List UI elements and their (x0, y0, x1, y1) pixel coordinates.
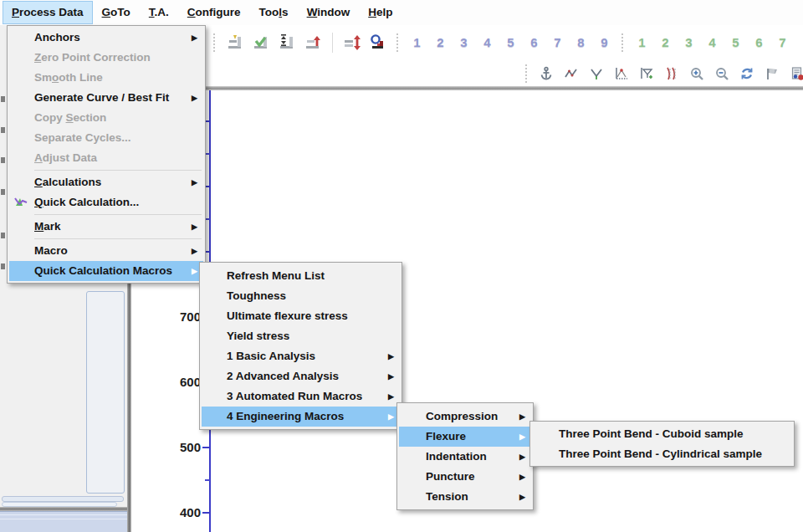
menu-item-flexure[interactable]: Flexure ▶ (399, 427, 531, 447)
menu-item-zero-point-correction[interactable]: Zero Point Correction (9, 48, 203, 68)
macro-button-green-3[interactable]: 3 (680, 32, 698, 54)
menubar-item-tools[interactable]: Tools (250, 1, 298, 24)
macro-button-purple-9[interactable]: 9 (596, 32, 613, 54)
submenu-arrow-icon: ▶ (192, 261, 197, 281)
menubar-item-goto[interactable]: GoTo (93, 1, 140, 24)
machine-green-check-button[interactable] (251, 31, 271, 54)
tare-zero-button[interactable] (368, 31, 388, 54)
menu-item-quick-calculation-macros[interactable]: Quick Calculation Macros ▶ (9, 261, 203, 281)
macro-button-purple-4[interactable]: 4 (478, 32, 496, 54)
machine-green-check-icon (252, 33, 270, 52)
macro-button-green-2[interactable]: 2 (657, 32, 674, 54)
y-axis-minor-tick (205, 479, 210, 481)
menu-item-generate-curve-best-fit[interactable]: Generate Curve / Best Fit ▶ (9, 88, 203, 108)
menu-item-quick-calculation[interactable]: Quick Calculation... (9, 192, 203, 212)
menu-item-mark[interactable]: Mark ▶ (9, 217, 203, 237)
macro-button-green-1[interactable]: 1 (633, 32, 651, 54)
refresh-button[interactable] (737, 64, 757, 84)
macro-button-purple-2[interactable]: 2 (432, 32, 449, 54)
menu-item-adjust-data[interactable]: Adjust Data (9, 148, 203, 168)
collapsed-panel-bar[interactable] (2, 496, 124, 502)
y-axis-tick (202, 447, 210, 448)
menu-item-label: Quick Calculation Macros (9, 261, 203, 281)
menu-item-label: Adjust Data (9, 148, 203, 168)
toolbar-drag-handle[interactable] (213, 33, 217, 52)
menu-item-label: Quick Calculation... (9, 192, 203, 212)
macro-button-purple-5[interactable]: 5 (502, 32, 519, 54)
machine-yellow-arrow-button[interactable] (225, 31, 245, 54)
annotation-flag-button[interactable] (762, 64, 782, 84)
submenu-arrow-icon: ▶ (519, 447, 525, 467)
menubar-item-configure[interactable]: Configure (178, 1, 250, 24)
y-axis-label: 500 (164, 440, 201, 454)
menu-item-ultimate-flexure-stress[interactable]: Ultimate flexure stress (202, 306, 400, 326)
machine-updown-calibrate-button[interactable] (277, 31, 297, 54)
menu-item-compression[interactable]: Compression ▶ (399, 407, 531, 427)
zoom-in-button[interactable] (687, 64, 707, 84)
menu-item-puncture[interactable]: Puncture ▶ (399, 467, 531, 487)
menu-item-smooth-line[interactable]: Smooth Line (9, 68, 203, 88)
menu-item-tension[interactable]: Tension ▶ (399, 487, 531, 507)
menu-item-three-point-bend-cuboid[interactable]: Three Point Bend - Cuboid sample (532, 424, 792, 444)
toolbar-separator (332, 33, 333, 53)
bottom-dock-strip (0, 511, 127, 532)
menu-item-engineering-macros[interactable]: 4 Engineering Macros ▶ (202, 407, 400, 427)
menubar-item-ta[interactable]: T.A. (140, 1, 178, 24)
anchor-icon (539, 66, 554, 81)
submenu-arrow-icon: ▶ (388, 366, 394, 386)
submenu-arrow-icon: ▶ (192, 241, 197, 261)
macro-button-purple-3[interactable]: 3 (455, 32, 473, 54)
menubar-item-process-data[interactable]: Process Data (3, 1, 93, 24)
y-axis-label: 400 (164, 505, 201, 519)
macro-button-green-5[interactable]: 5 (727, 32, 744, 54)
menu-item-advanced-analysis[interactable]: 2 Advanced Analysis ▶ (202, 366, 400, 386)
toolbar-drag-handle[interactable] (621, 33, 625, 52)
macro-button-purple-7[interactable]: 7 (549, 32, 566, 54)
menu-item-label: 2 Advanced Analysis (202, 366, 400, 386)
menu-item-label: 4 Engineering Macros (202, 407, 400, 427)
quick-calculation-icon (13, 195, 29, 211)
curve-overlay-button[interactable] (662, 64, 682, 84)
menu-bar: Process Data GoTo T.A. Configure Tools W… (0, 0, 803, 25)
menu-item-yield-stress[interactable]: Yield stress (202, 326, 400, 346)
menu-item-three-point-bend-cylindrical[interactable]: Three Point Bend - Cylindrical sample (532, 444, 792, 464)
machine-red-up-button[interactable] (303, 31, 323, 54)
toolbar-drag-handle[interactable] (525, 64, 529, 83)
smooth-line-button[interactable] (561, 64, 581, 84)
submenu-arrow-icon: ▶ (192, 217, 197, 237)
menu-item-anchors[interactable]: Anchors ▶ (9, 28, 203, 48)
application-window: Process Data GoTo T.A. Configure Tools W… (0, 0, 803, 532)
macro-button-green-6[interactable]: 6 (750, 32, 768, 54)
zoom-out-button[interactable] (712, 64, 732, 84)
menubar-item-help[interactable]: Help (359, 1, 402, 24)
zoom-in-icon (689, 66, 704, 81)
menu-item-copy-section[interactable]: Copy Section (9, 108, 203, 128)
macro-button-green-4[interactable]: 4 (703, 32, 721, 54)
valley-marker-button[interactable] (586, 64, 606, 84)
menu-item-label: Yield stress (202, 326, 400, 346)
menubar-item-window[interactable]: Window (298, 1, 360, 24)
macro-button-green-7[interactable]: 7 (774, 32, 791, 54)
machine-red-up-icon (304, 33, 322, 52)
menu-item-separate-cycles[interactable]: Separate Cycles... (9, 128, 203, 148)
menu-item-basic-analysis[interactable]: 1 Basic Analysis ▶ (202, 346, 400, 366)
anchor-button[interactable] (536, 64, 556, 84)
menu-item-indentation[interactable]: Indentation ▶ (399, 447, 531, 467)
menu-item-toughness[interactable]: Toughness (202, 286, 400, 306)
macro-button-purple-8[interactable]: 8 (572, 32, 590, 54)
macro-button-purple-1[interactable]: 1 (408, 32, 426, 54)
menu-item-calculations[interactable]: Calculations ▶ (9, 172, 203, 192)
report-button[interactable] (787, 64, 803, 84)
menu-item-refresh-menu-list[interactable]: Refresh Menu List (202, 266, 400, 286)
menu-item-label: Puncture (399, 467, 531, 487)
peak-marker-button[interactable] (611, 64, 632, 84)
machine-red-updown-button[interactable] (342, 31, 362, 54)
submenu-arrow-icon: ▶ (519, 427, 525, 447)
menu-item-automated-run-macros[interactable]: 3 Automated Run Macros ▶ (202, 386, 400, 407)
toolbar-drag-handle[interactable] (396, 33, 400, 52)
menu-item-macro[interactable]: Macro ▶ (9, 241, 203, 261)
macro-button-purple-6[interactable]: 6 (525, 32, 543, 54)
menu-item-label: Smooth Line (9, 68, 203, 88)
clipped-toolbar-icon-fragment (1, 157, 5, 163)
range-select-button[interactable] (637, 64, 657, 84)
